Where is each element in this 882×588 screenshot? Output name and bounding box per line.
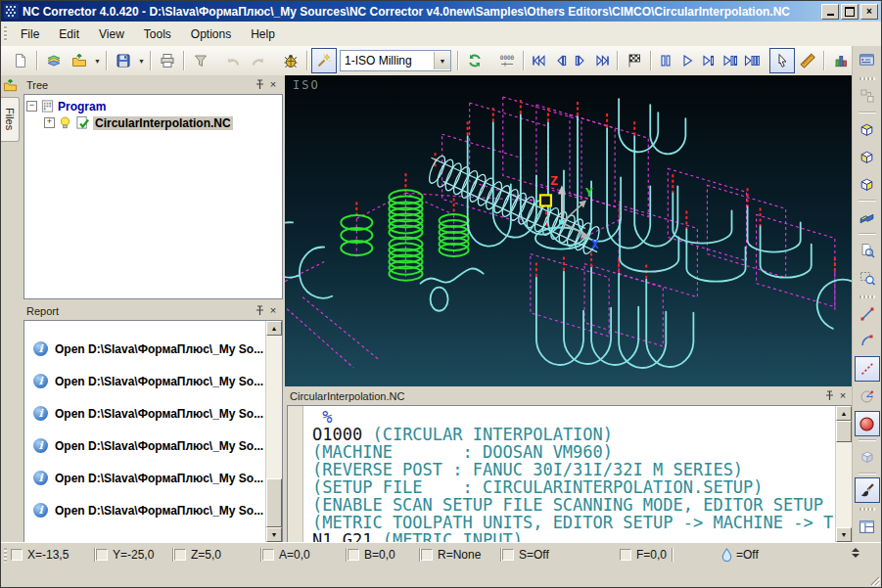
statusbar-grip[interactable] <box>4 548 7 563</box>
files-tab[interactable]: Files <box>1 97 20 142</box>
minimize-button[interactable] <box>821 4 839 20</box>
status-checkbox[interactable] <box>11 549 23 561</box>
play-button[interactable] <box>676 48 698 73</box>
view-iso-button[interactable] <box>855 204 880 230</box>
menu-item[interactable]: Options <box>181 24 241 44</box>
menu-item[interactable]: File <box>11 24 49 44</box>
status-checkbox[interactable] <box>348 549 359 561</box>
collapse-icon[interactable]: − <box>26 101 37 112</box>
report-row[interactable]: i Open D:\Slava\ФормаПлюс\_My So... <box>24 430 265 462</box>
settings-button[interactable] <box>855 47 880 72</box>
redo-button[interactable] <box>246 48 271 73</box>
close-panel-icon[interactable]: × <box>266 304 280 318</box>
scroll-up-icon[interactable]: ▲ <box>836 406 852 421</box>
title-bar[interactable]: NC Corrector 4.0.420 - D:\Slava\ФормаПлю… <box>1 1 881 22</box>
close-panel-icon[interactable]: × <box>266 78 280 92</box>
code-scrollbar[interactable]: ▲ ▼ <box>835 406 852 542</box>
pin-icon[interactable] <box>253 78 266 92</box>
report-row[interactable]: i Open D:\Slava\ФормаПлюс\_My So... <box>24 397 265 430</box>
menu-item[interactable]: Tools <box>134 24 181 44</box>
measure-angle-button[interactable] <box>855 384 880 409</box>
measure-button[interactable] <box>795 48 820 73</box>
tree-node-program[interactable]: − Program <box>26 98 280 114</box>
layout-split-button[interactable] <box>855 514 880 539</box>
view-front-button[interactable] <box>855 144 880 169</box>
status-checkbox[interactable] <box>421 549 433 561</box>
render-mode-button[interactable] <box>855 477 880 503</box>
new-file-button[interactable] <box>8 48 33 73</box>
zoom-window-button[interactable] <box>855 265 880 291</box>
status-checkbox[interactable] <box>620 549 631 561</box>
scroll-down-icon[interactable]: ▼ <box>266 527 282 542</box>
chevron-up-icon <box>852 548 859 552</box>
run-to-end-button[interactable] <box>622 48 647 73</box>
backplot-button[interactable] <box>311 48 337 73</box>
pause-button[interactable] <box>655 48 676 73</box>
report-row[interactable]: i Open D:\Slava\ФормаПлюс\_My So... <box>24 365 265 397</box>
files-panel-button[interactable] <box>1 76 20 95</box>
print-button[interactable] <box>155 48 180 73</box>
tree-node-file[interactable]: + CircularInterpolation.NC <box>26 114 280 131</box>
report-scrollbar[interactable]: ▲ ▼ <box>265 321 282 542</box>
draw-arc-button[interactable] <box>855 329 880 354</box>
pin-icon[interactable] <box>253 304 266 318</box>
shade-model-button[interactable] <box>855 444 880 470</box>
gcode-editor[interactable]: %O1000 (CIRCULAR INTERPOLATION)(MACHINE … <box>303 406 835 542</box>
combo-arrow-icon[interactable]: ▼ <box>434 52 450 69</box>
menu-item[interactable]: Help <box>241 24 285 44</box>
scrollbar-thumb[interactable] <box>266 478 282 527</box>
transform-button[interactable] <box>855 83 880 109</box>
step-forward-button[interactable] <box>571 48 592 73</box>
menu-item[interactable]: View <box>89 24 134 44</box>
report-row[interactable]: i Open D:\Slava\ФормаПлюс\_My So... <box>24 494 265 526</box>
draw-line-button[interactable] <box>855 301 880 327</box>
menu-grip[interactable] <box>4 26 7 41</box>
expand-icon[interactable]: + <box>44 117 55 128</box>
report-row[interactable]: i Open D:\Slava\ФормаПлюс\_My So... <box>24 462 265 494</box>
view-side-button[interactable] <box>855 171 880 197</box>
filter-button[interactable] <box>188 48 213 73</box>
menu-item[interactable]: Edit <box>49 24 89 44</box>
machine-preset-select[interactable]: 1-ISO Milling ▼ <box>340 50 451 71</box>
show-points-button[interactable] <box>855 411 880 436</box>
reload-button[interactable] <box>462 48 487 73</box>
maximize-button[interactable] <box>841 4 859 20</box>
show-rapid-button[interactable] <box>855 356 880 382</box>
statistics-button[interactable] <box>828 48 853 73</box>
toolbar-grip[interactable] <box>859 295 875 298</box>
zoom-fit-button[interactable] <box>855 238 880 263</box>
pin-icon[interactable] <box>822 389 836 403</box>
save-button[interactable] <box>111 48 136 73</box>
go-start-button[interactable] <box>528 48 549 73</box>
view-top-button[interactable] <box>855 116 880 142</box>
play-faster-button[interactable] <box>720 48 741 73</box>
close-panel-icon[interactable]: × <box>836 389 850 403</box>
debug-button[interactable] <box>278 48 303 73</box>
select-cursor-button[interactable] <box>769 48 795 73</box>
open-file-button[interactable] <box>67 48 92 73</box>
close-button[interactable]: × <box>860 4 878 20</box>
status-checkbox[interactable] <box>262 549 274 561</box>
undo-button[interactable] <box>220 48 246 73</box>
toolpath-viewport[interactable]: ISO <box>285 75 855 386</box>
play-fast-button[interactable] <box>698 48 720 73</box>
toolbar-grip[interactable] <box>859 77 875 80</box>
status-checkbox[interactable] <box>96 549 108 561</box>
status-checkbox[interactable] <box>502 549 514 561</box>
resize-grip[interactable] <box>867 573 880 586</box>
open-list-button[interactable] <box>41 48 67 73</box>
scrollbar-thumb[interactable] <box>836 421 852 442</box>
step-back-button[interactable] <box>549 48 571 73</box>
scroll-up-icon[interactable]: ▲ <box>266 321 282 336</box>
toolbar-grip[interactable] <box>859 508 875 511</box>
statusbar-expand-control[interactable] <box>852 548 859 558</box>
open-file-dropdown[interactable]: ▼ <box>92 49 103 72</box>
renumber-button[interactable]: 0000 <box>494 48 520 73</box>
report-row[interactable]: i Open D:\Slava\ФормаПлюс\_My So... <box>24 333 265 365</box>
save-dropdown[interactable]: ▼ <box>136 49 147 72</box>
status-checkbox[interactable] <box>174 549 186 561</box>
go-end-button[interactable] <box>592 48 614 73</box>
play-fastest-button[interactable] <box>741 48 763 73</box>
step-back-icon <box>552 53 568 68</box>
scroll-down-icon[interactable]: ▼ <box>836 527 852 542</box>
